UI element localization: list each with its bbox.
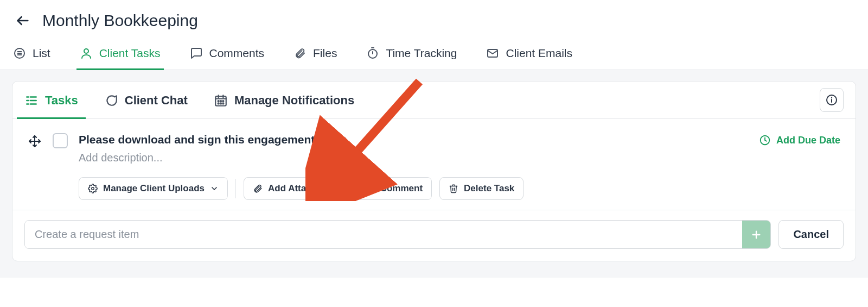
delete-task-button[interactable]: Delete Task xyxy=(439,177,524,200)
task-row: Please download and sign this engagement… xyxy=(12,119,856,210)
tab-client-emails[interactable]: Client Emails xyxy=(486,41,572,70)
subtab-tasks[interactable]: Tasks xyxy=(24,82,78,118)
create-row: Cancel xyxy=(12,210,856,261)
button-label: Add Attachment xyxy=(268,183,339,194)
tab-label: Comments xyxy=(209,47,265,60)
list-check-icon xyxy=(24,93,39,108)
cancel-button[interactable]: Cancel xyxy=(778,220,844,249)
client-tasks-panel: Tasks Client Chat Manage Notifications xyxy=(12,81,856,261)
back-button[interactable] xyxy=(13,11,33,30)
page-header: Monthly Bookkeeping xyxy=(0,0,868,36)
subtab-manage-notifications[interactable]: Manage Notifications xyxy=(214,82,354,118)
tab-list[interactable]: List xyxy=(13,41,50,70)
tab-label: Time Tracking xyxy=(386,47,457,60)
calendar-icon xyxy=(214,93,228,108)
svg-point-31 xyxy=(92,187,94,190)
tab-client-tasks[interactable]: Client Tasks xyxy=(80,41,161,70)
paperclip-icon xyxy=(293,47,307,60)
subtab-label: Client Chat xyxy=(125,93,188,108)
arrow-left-icon xyxy=(15,13,30,28)
svg-point-24 xyxy=(220,103,221,104)
info-icon xyxy=(825,93,838,106)
add-due-date-button[interactable]: Add Due Date xyxy=(759,134,840,146)
button-label: Comment xyxy=(380,183,423,194)
svg-point-28 xyxy=(831,97,832,98)
sub-tabs-row: Tasks Client Chat Manage Notifications xyxy=(12,82,856,119)
manage-client-uploads-button[interactable]: Manage Client Uploads xyxy=(79,177,228,200)
tab-label: List xyxy=(33,47,50,60)
tab-files[interactable]: Files xyxy=(293,41,337,70)
task-body: Please download and sign this engagement… xyxy=(79,133,748,200)
create-submit-button[interactable] xyxy=(742,221,770,248)
svg-point-5 xyxy=(84,49,88,53)
svg-point-20 xyxy=(218,101,219,102)
tab-comments[interactable]: Comments xyxy=(190,41,265,70)
tab-label: Client Tasks xyxy=(99,47,161,60)
paperclip-icon xyxy=(253,184,263,193)
comment-button[interactable]: Comment xyxy=(356,177,432,200)
trash-icon xyxy=(449,184,458,193)
task-checkbox[interactable] xyxy=(53,133,68,148)
gear-icon xyxy=(88,184,98,193)
content-area: Tasks Client Chat Manage Notifications xyxy=(0,70,868,278)
chevron-down-icon xyxy=(210,184,219,193)
svg-point-22 xyxy=(222,101,224,102)
drag-handle[interactable] xyxy=(28,134,42,148)
button-label: Cancel xyxy=(793,228,829,241)
subtab-client-chat[interactable]: Client Chat xyxy=(104,82,188,118)
subtab-label: Manage Notifications xyxy=(234,93,354,108)
chat-icon xyxy=(104,93,118,108)
move-icon xyxy=(28,135,41,148)
list-icon xyxy=(13,47,26,60)
due-date-label: Add Due Date xyxy=(776,135,840,146)
person-icon xyxy=(80,47,93,60)
create-input-wrap xyxy=(24,220,771,249)
button-label: Manage Client Uploads xyxy=(103,183,205,194)
svg-point-21 xyxy=(220,101,221,102)
page-title: Monthly Bookkeeping xyxy=(42,11,198,30)
tab-label: Client Emails xyxy=(506,47,572,60)
top-nav-tabs: List Client Tasks Comments Files Time Tr… xyxy=(0,36,868,70)
tab-label: Files xyxy=(313,47,337,60)
task-actions: Manage Client Uploads Add Attachment xyxy=(79,177,748,200)
task-title[interactable]: Please download and sign this engagement… xyxy=(79,133,748,146)
mail-icon xyxy=(486,47,499,60)
divider xyxy=(235,179,236,198)
add-attachment-button[interactable]: Add Attachment xyxy=(244,177,348,200)
svg-point-25 xyxy=(222,103,224,104)
plus-icon xyxy=(750,229,762,241)
sub-tabs: Tasks Client Chat Manage Notifications xyxy=(24,82,354,118)
tab-time-tracking[interactable]: Time Tracking xyxy=(366,41,457,70)
task-description-placeholder[interactable]: Add description... xyxy=(79,152,748,164)
comment-icon xyxy=(190,47,203,60)
subtab-label: Tasks xyxy=(45,93,78,108)
svg-point-23 xyxy=(218,103,219,104)
comment-icon xyxy=(365,184,375,193)
info-button[interactable] xyxy=(820,88,844,112)
create-request-input[interactable] xyxy=(25,221,742,248)
clock-icon xyxy=(759,134,771,146)
button-label: Delete Task xyxy=(464,183,514,194)
stopwatch-icon xyxy=(366,47,379,60)
